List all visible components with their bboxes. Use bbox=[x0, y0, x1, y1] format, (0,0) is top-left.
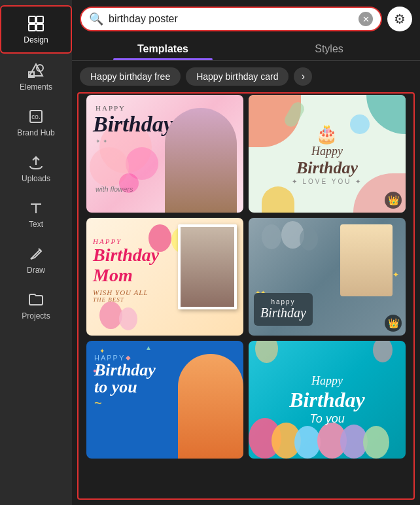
template-grid-wrapper: HAPPY Birthday ✦ ✦ with flowers 🎂 bbox=[77, 92, 415, 500]
template-card-4[interactable]: ✦✦✦ ✦✦ happy Birthday 👑 bbox=[249, 218, 406, 336]
tab-templates[interactable]: Templates bbox=[80, 38, 246, 60]
sidebar-item-text-label: Text bbox=[29, 220, 43, 229]
sidebar-item-brand-hub-label: Brand Hub bbox=[17, 128, 54, 137]
main-panel: 🔍 birthday poster ✕ ⚙ Templates Styles H… bbox=[72, 0, 420, 505]
sidebar-item-uploads[interactable]: Uploads bbox=[0, 145, 72, 191]
sidebar: Design Elements co. Brand Hub Uploads Te… bbox=[0, 0, 72, 505]
template-card-2[interactable]: 🎂 Happy Birthday ✦ LOVE YOU ✦ 👑 bbox=[249, 95, 406, 213]
search-bar-row: 🔍 birthday poster ✕ ⚙ bbox=[72, 0, 420, 35]
svg-text:co.: co. bbox=[31, 113, 40, 120]
sidebar-item-draw-label: Draw bbox=[27, 266, 45, 275]
svg-rect-3 bbox=[37, 24, 43, 31]
search-icon: 🔍 bbox=[89, 12, 103, 26]
crown-badge-4: 👑 bbox=[385, 315, 402, 332]
tab-styles[interactable]: Styles bbox=[246, 38, 412, 60]
template-card-6[interactable]: Happy Birthday To you bbox=[249, 341, 406, 459]
sidebar-item-projects[interactable]: Projects bbox=[0, 283, 72, 328]
filter-icon: ⚙ bbox=[394, 11, 406, 27]
chip-scroll-right[interactable]: › bbox=[294, 67, 312, 86]
chip-happy-birthday-card[interactable]: Happy birthday card bbox=[186, 67, 289, 86]
tabs-row: Templates Styles bbox=[72, 35, 420, 61]
svg-rect-1 bbox=[37, 16, 43, 23]
search-bar: 🔍 birthday poster ✕ bbox=[80, 7, 382, 31]
chips-row: Happy birthday free Happy birthday card … bbox=[72, 61, 420, 92]
sidebar-item-design-label: Design bbox=[24, 35, 48, 44]
svg-rect-0 bbox=[29, 16, 35, 23]
sidebar-item-elements[interactable]: Elements bbox=[0, 54, 72, 99]
template-grid: HAPPY Birthday ✦ ✦ with flowers 🎂 bbox=[86, 95, 406, 459]
filter-button[interactable]: ⚙ bbox=[387, 7, 412, 31]
sidebar-item-design[interactable]: Design bbox=[0, 5, 72, 54]
sidebar-item-projects-label: Projects bbox=[22, 311, 50, 321]
sidebar-item-elements-label: Elements bbox=[20, 82, 52, 92]
sidebar-item-uploads-label: Uploads bbox=[22, 174, 50, 183]
search-input[interactable]: birthday poster bbox=[109, 13, 353, 25]
sidebar-item-brand-hub[interactable]: co. Brand Hub bbox=[0, 99, 72, 145]
sidebar-item-text[interactable]: Text bbox=[0, 191, 72, 237]
sidebar-item-draw[interactable]: Draw bbox=[0, 237, 72, 283]
crown-badge-2: 👑 bbox=[385, 192, 402, 209]
svg-rect-2 bbox=[29, 24, 35, 31]
template-card-3[interactable]: HAPPY BirthdayMom WISH YOU ALL THE BEST bbox=[86, 218, 243, 336]
template-card-1[interactable]: HAPPY Birthday ✦ ✦ with flowers bbox=[86, 95, 243, 213]
search-clear-button[interactable]: ✕ bbox=[359, 12, 373, 26]
template-card-5[interactable]: ✦ ◆ ▲ ● HAPPY Birthdayto you ~ bbox=[86, 341, 243, 459]
chip-happy-birthday-free[interactable]: Happy birthday free bbox=[80, 67, 181, 86]
